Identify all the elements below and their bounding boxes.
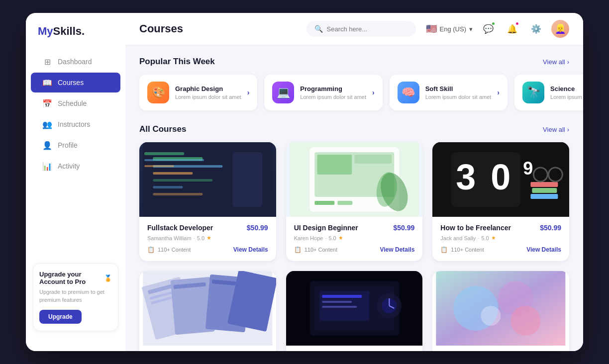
sidebar-item-activity[interactable]: 📊 Activity	[31, 156, 120, 176]
star-icon-freelancer: ★	[491, 235, 496, 241]
svg-rect-5	[153, 186, 183, 188]
course-price-freelancer: $50.99	[540, 224, 561, 232]
sidebar-item-profile[interactable]: 👤 Profile	[31, 135, 120, 155]
language-selector[interactable]: 🇺🇸 Eng (US) ▾	[426, 23, 473, 34]
sidebar-nav: ⊞ Dashboard 📖 Courses 📅 Schedule 👥 Instr…	[26, 52, 125, 255]
upgrade-title-text: Upgrade your Account to Pro	[39, 271, 101, 285]
upgrade-button[interactable]: Upgrade	[39, 310, 82, 324]
science-icon: 🔭	[522, 82, 544, 103]
content-count-ui-design: 110+ Content	[304, 247, 337, 253]
svg-rect-14	[314, 201, 334, 205]
course-instructor-freelancer: Jack and Sally · 5.0 ★	[440, 235, 561, 241]
svg-rect-24	[532, 188, 557, 193]
category-card-soft-skill[interactable]: 🧠 Soft Skill Lorem ipsum dolor sit amet …	[390, 75, 508, 110]
sidebar-label-profile: Profile	[58, 141, 78, 149]
schedule-icon: 📅	[43, 99, 52, 108]
all-courses-view-all[interactable]: View all ›	[543, 126, 569, 133]
medal-icon: 🏅	[104, 274, 112, 282]
sidebar-label-dashboard: Dashboard	[58, 58, 92, 66]
popular-view-all-arrow: ›	[567, 58, 569, 66]
course-thumb-wireframe	[139, 271, 276, 346]
view-details-fullstack[interactable]: View Details	[233, 246, 268, 253]
course-footer-ui-design: 📋 110+ Content View Details	[294, 246, 415, 253]
sidebar-item-instructors[interactable]: 👥 Instructors	[31, 114, 120, 134]
content-icon-freelancer: 📋	[440, 246, 448, 253]
gear-icon: ⚙️	[531, 24, 541, 34]
view-details-ui-design[interactable]: View Details	[380, 246, 415, 253]
notifications-button[interactable]: 🔔	[504, 20, 520, 37]
programming-desc: Lorem ipsum dolor sit amet	[300, 94, 366, 100]
soft-skill-name: Soft Skill	[425, 85, 492, 92]
sidebar: MySkills. ⊞ Dashboard 📖 Courses 📅 Schedu…	[26, 13, 125, 351]
category-card-programming[interactable]: 💻 Programming Lorem ipsum dolor sit amet…	[264, 75, 382, 110]
sidebar-label-courses: Courses	[58, 79, 84, 87]
header: Courses 🔍 🇺🇸 Eng (US) ▾ 💬 🔔	[125, 13, 583, 45]
activity-icon: 📊	[43, 162, 52, 171]
search-icon: 🔍	[314, 25, 323, 33]
sidebar-label-instructors: Instructors	[58, 120, 90, 128]
svg-text:3: 3	[456, 157, 476, 197]
settings-button[interactable]: ⚙️	[527, 20, 544, 37]
category-card-graphic-design[interactable]: 🎨 Graphic Design Lorem ipsum dolor sit a…	[139, 75, 257, 110]
scroll-area: Popular This Week View all › 🎨 Graphic D…	[125, 45, 583, 351]
svg-rect-25	[531, 194, 558, 199]
all-courses-title: All Courses	[139, 124, 186, 134]
course-thumb-darkui	[286, 271, 423, 346]
course-name-ui-design: UI Design Beginner	[294, 224, 390, 232]
course-content-fullstack: 📋 110+ Content	[147, 246, 191, 253]
soft-skill-arrow: ›	[497, 89, 500, 96]
notifications-badge	[515, 21, 519, 26]
courses-grid: Fullstack Developer $50.99 Samantha Will…	[139, 142, 569, 351]
soft-skill-icon: 🧠	[398, 82, 419, 103]
messages-button[interactable]: 💬	[480, 20, 497, 37]
star-icon-fullstack: ★	[206, 235, 211, 241]
popular-section-header: Popular This Week View all ›	[139, 57, 569, 67]
view-details-freelancer[interactable]: View Details	[526, 246, 561, 253]
svg-rect-12	[354, 155, 392, 164]
svg-rect-4	[153, 179, 212, 182]
logo-text: MySkills.	[38, 25, 85, 37]
graphic-design-icon: 🎨	[147, 82, 169, 103]
graphic-design-info: Graphic Design Lorem ipsum dolor sit ame…	[175, 85, 241, 100]
logo: MySkills.	[26, 25, 125, 52]
dot-separator-3: ·	[478, 235, 479, 241]
sidebar-item-schedule[interactable]: 📅 Schedule	[31, 93, 120, 113]
course-instructor-fullstack: Samantha William · 5.0 ★	[147, 235, 268, 241]
course-card-wireframe[interactable]: UI Wireframing $45.99 Alex Turner · 4.8 …	[139, 271, 276, 351]
dot-separator: ·	[194, 235, 195, 241]
course-card-fullstack[interactable]: Fullstack Developer $50.99 Samantha Will…	[139, 142, 276, 261]
course-footer-freelancer: 📋 110+ Content View Details	[440, 246, 561, 253]
course-price-fullstack: $50.99	[247, 224, 268, 232]
instructor-name-freelancer: Jack and Sally	[440, 235, 476, 241]
course-price-ui-design: $50.99	[394, 224, 415, 232]
user-avatar[interactable]: 👱‍♀️	[551, 20, 569, 38]
all-courses-section-header: All Courses View all ›	[139, 124, 569, 134]
course-thumb-fullstack	[139, 142, 276, 217]
course-name-freelancer: How to be Freelancer	[440, 224, 536, 232]
svg-rect-23	[531, 182, 558, 187]
sidebar-item-courses[interactable]: 📖 Courses	[31, 73, 120, 92]
course-footer-fullstack: 📋 110+ Content View Details	[147, 246, 268, 253]
all-courses-view-all-arrow: ›	[567, 126, 569, 133]
course-card-ui-design[interactable]: UI Design Beginner $50.99 Karen Hope · 5…	[286, 142, 423, 261]
upgrade-box: Upgrade your Account to Pro 🏅 Upgrade to…	[33, 263, 118, 331]
category-card-science[interactable]: 🔭 Science Lorem ipsum dolor sit amet ›	[514, 75, 583, 110]
course-thumb-freelancer: 3 0 9	[432, 142, 569, 217]
svg-rect-15	[337, 201, 352, 205]
course-content-ui-design: 📋 110+ Content	[294, 246, 337, 253]
sidebar-item-dashboard[interactable]: ⊞ Dashboard	[31, 52, 120, 72]
course-card-colortheory[interactable]: Color Theory Basics $29.99 Nina Patel · …	[432, 271, 569, 351]
svg-rect-13	[354, 166, 392, 172]
course-card-darkui[interactable]: Dark UI Design $39.99 Maria Lopez · 4.9 …	[286, 271, 423, 351]
search-input[interactable]	[327, 25, 408, 33]
page-title: Courses	[139, 22, 297, 35]
dot-separator-2: ·	[325, 235, 326, 241]
course-card-freelancer[interactable]: 3 0 9	[432, 142, 569, 261]
language-label: Eng (US)	[440, 25, 466, 33]
svg-rect-7	[232, 152, 262, 207]
all-courses-view-all-label: View all	[543, 126, 565, 133]
instructor-name-ui-design: Karen Hope	[294, 235, 323, 241]
search-bar[interactable]: 🔍	[306, 21, 416, 37]
content-icon-fullstack: 📋	[147, 246, 155, 253]
popular-view-all[interactable]: View all ›	[543, 58, 569, 66]
